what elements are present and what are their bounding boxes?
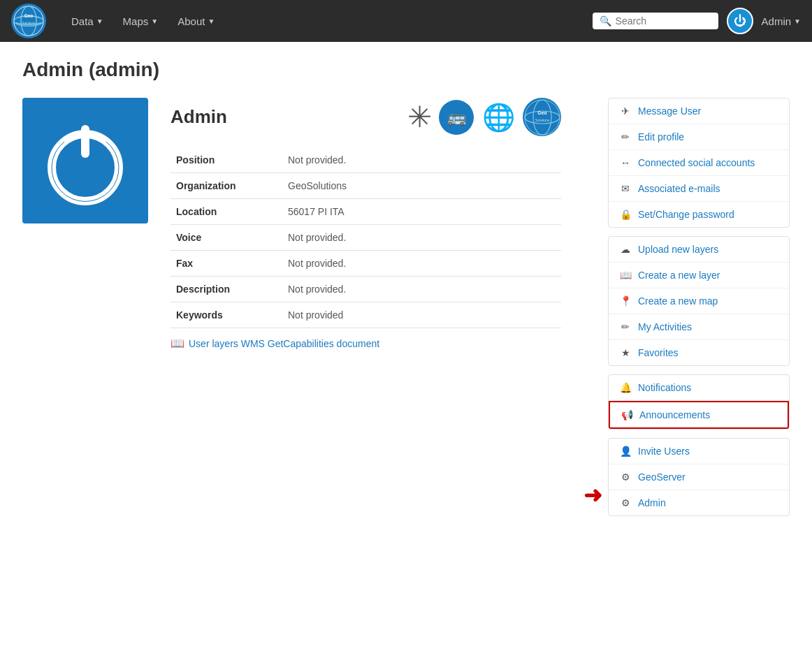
- social-icon: ↔: [620, 157, 631, 168]
- admin-icon: ⚙: [620, 497, 631, 508]
- profile-info: Admin ✳ 🚌 🌐: [171, 98, 561, 350]
- data-chevron-icon: ▼: [96, 17, 103, 25]
- maps-chevron-icon: ▼: [151, 17, 158, 25]
- email-icon: ✉: [620, 183, 631, 194]
- search-box[interactable]: 🔍: [593, 13, 718, 29]
- field-label: Organization: [171, 173, 282, 199]
- nav-maps[interactable]: Maps ▼: [115, 10, 167, 33]
- field-value: Not provided.: [282, 147, 561, 173]
- sidebar-item-announcements[interactable]: 📢 Announcements: [609, 401, 789, 429]
- field-label: Description: [171, 277, 282, 302]
- sidebar-item-invite-users[interactable]: 👤 Invite Users: [609, 439, 789, 464]
- main-layout: Admin ✳ 🚌 🌐: [22, 98, 790, 525]
- sidebar-item-set-password[interactable]: 🔒 Set/Change password: [609, 202, 789, 227]
- sidebar-item-message-user[interactable]: ✈ Message User: [609, 98, 789, 124]
- field-value: Not provided.: [282, 251, 561, 277]
- avatar: [22, 98, 148, 223]
- field-value: Not provided.: [282, 277, 561, 302]
- profile-table: Position Not provided. Organization GeoS…: [171, 147, 561, 328]
- table-row: Position Not provided.: [171, 147, 561, 173]
- page-title: Admin (admin): [22, 59, 790, 81]
- admin-chevron-icon: ▼: [794, 17, 801, 25]
- navbar: Geo Solutions Data ▼ Maps ▼ About ▼ 🔍 ⏻ …: [0, 0, 812, 42]
- sidebar-item-upload-layers[interactable]: ☁ Upload new layers: [609, 237, 789, 263]
- svg-text:Geo: Geo: [24, 13, 34, 18]
- sidebar-section-content: ☁ Upload new layers 📖 Create a new layer…: [608, 236, 790, 366]
- sidebar-item-create-map[interactable]: 📍 Create a new map: [609, 288, 789, 314]
- navbar-nav: Data ▼ Maps ▼ About ▼: [63, 10, 593, 33]
- message-icon: ✈: [620, 105, 631, 117]
- map-pin-icon: 📍: [620, 295, 631, 307]
- red-arrow-wrapper: ➜: [583, 98, 602, 508]
- sidebar-arrow-row: ➜ ✈ Message User ✏ Edit profile ↔: [583, 98, 790, 525]
- sidebar-section-notifications: 🔔 Notifications 📢 Announcements: [608, 374, 790, 430]
- globe-icon: 🌐: [481, 100, 516, 135]
- sidebar-item-favorites[interactable]: ★ Favorites: [609, 340, 789, 365]
- sidebar-section-account: ✈ Message User ✏ Edit profile ↔ Connecte…: [608, 98, 790, 228]
- field-label: Voice: [171, 225, 282, 251]
- table-row: Fax Not provided.: [171, 251, 561, 277]
- geosolutions-logo-icon: Geo Solutions: [523, 98, 561, 136]
- profile-body: Admin ✳ 🚌 🌐: [22, 98, 561, 350]
- table-row: Location 56017 PI ITA: [171, 199, 561, 225]
- geoserver-icon: ⚙: [620, 471, 631, 483]
- power-button[interactable]: ⏻: [727, 8, 753, 34]
- layer-icon: 📖: [620, 270, 631, 281]
- page-content: Admin (admin) Admin: [0, 42, 812, 541]
- sidebar-section-admin: 👤 Invite Users ⚙ GeoServer ⚙ Admin: [608, 438, 790, 516]
- admin-menu[interactable]: Admin ▼: [762, 15, 801, 27]
- bell-icon: 🔔: [620, 382, 631, 393]
- logo[interactable]: Geo Solutions: [11, 3, 46, 38]
- activities-icon: ✏: [620, 321, 631, 332]
- profile-section: Admin ✳ 🚌 🌐: [22, 98, 561, 350]
- sidebar-item-admin[interactable]: ⚙ Admin: [609, 490, 789, 515]
- table-row: Keywords Not provided: [171, 302, 561, 328]
- navbar-right: 🔍 ⏻ Admin ▼: [593, 8, 801, 34]
- sidebar: ✈ Message User ✏ Edit profile ↔ Connecte…: [608, 98, 790, 525]
- svg-text:Solutions: Solutions: [22, 22, 36, 25]
- profile-icons: ✳ 🚌 🌐: [407, 98, 561, 136]
- sidebar-item-notifications[interactable]: 🔔 Notifications: [609, 375, 789, 401]
- field-value: 56017 PI ITA: [282, 199, 561, 225]
- svg-text:Geo: Geo: [537, 110, 547, 115]
- invite-icon: 👤: [620, 446, 631, 457]
- field-label: Location: [171, 199, 282, 225]
- table-row: Description Not provided.: [171, 277, 561, 302]
- nav-data[interactable]: Data ▼: [63, 10, 112, 33]
- lock-icon: 🔒: [620, 209, 631, 220]
- sidebar-item-create-layer[interactable]: 📖 Create a new layer: [609, 263, 789, 288]
- about-chevron-icon: ▼: [208, 17, 215, 25]
- megaphone-icon: 📢: [621, 409, 632, 420]
- svg-text:Solutions: Solutions: [535, 118, 549, 122]
- field-label: Position: [171, 147, 282, 173]
- wms-link[interactable]: User layers WMS GetCapabilities document: [189, 338, 379, 349]
- field-value: GeoSolutions: [282, 173, 561, 199]
- field-value: Not provided.: [282, 225, 561, 251]
- sidebar-item-edit-profile[interactable]: ✏ Edit profile: [609, 124, 789, 150]
- table-row: Organization GeoSolutions: [171, 173, 561, 199]
- table-row: Voice Not provided.: [171, 225, 561, 251]
- sidebar-item-geoserver[interactable]: ⚙ GeoServer: [609, 464, 789, 490]
- wms-link-row: 📖 User layers WMS GetCapabilities docume…: [171, 337, 561, 350]
- nav-about[interactable]: About ▼: [169, 10, 223, 33]
- wms-icon: 📖: [171, 337, 184, 350]
- bus-icon: 🚌: [439, 100, 474, 135]
- sidebar-item-connected-social[interactable]: ↔ Connected social accounts: [609, 150, 789, 176]
- star-icon: ★: [620, 347, 631, 358]
- search-input[interactable]: [616, 15, 711, 27]
- edit-icon: ✏: [620, 131, 631, 142]
- field-label: Keywords: [171, 302, 282, 328]
- field-value: Not provided: [282, 302, 561, 328]
- svg-point-7: [525, 100, 560, 135]
- sidebar-item-associated-emails[interactable]: ✉ Associated e-mails: [609, 176, 789, 202]
- red-arrow-icon: ➜: [583, 482, 602, 508]
- sidebar-item-my-activities[interactable]: ✏ My Activities: [609, 314, 789, 340]
- power-icon: ⏻: [734, 14, 746, 29]
- compass-icon: ✳: [407, 100, 432, 134]
- upload-icon: ☁: [620, 244, 631, 255]
- search-icon: 🔍: [600, 15, 611, 27]
- profile-name: Admin: [171, 106, 227, 128]
- field-label: Fax: [171, 251, 282, 277]
